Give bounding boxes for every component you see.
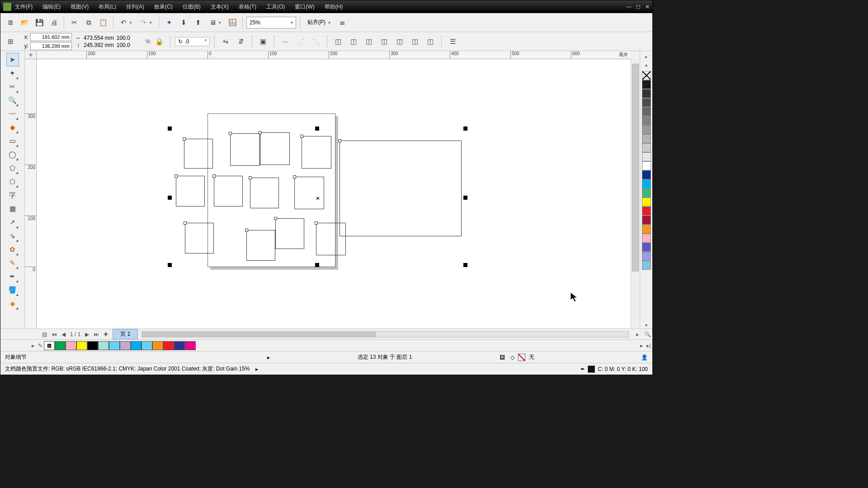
- interactive-fill-tool[interactable]: ◈: [6, 297, 19, 310]
- boundary-button[interactable]: ◫: [424, 35, 437, 48]
- freehand-tool[interactable]: 〰: [6, 107, 19, 121]
- menu-item[interactable]: 文件(F): [15, 3, 33, 11]
- distribute-button[interactable]: ⋰: [294, 35, 307, 48]
- weld-button[interactable]: ◫: [332, 35, 344, 48]
- connector-tool[interactable]: ⇘: [6, 229, 19, 243]
- crop-tool[interactable]: ✂: [6, 80, 19, 94]
- hint-expand-icon[interactable]: ▸: [267, 354, 270, 361]
- node-handle[interactable]: [212, 174, 216, 178]
- menu-item[interactable]: 排列(A): [126, 3, 144, 11]
- lock-ratio-button[interactable]: 🔒: [153, 35, 165, 48]
- rectangle-shape[interactable]: [246, 230, 275, 261]
- palette-swatch[interactable]: [120, 341, 131, 350]
- docker-swatch[interactable]: [642, 152, 651, 161]
- palette-swatch[interactable]: [185, 341, 196, 350]
- menu-item[interactable]: 布局(L): [99, 3, 116, 11]
- palette-eyedropper-icon[interactable]: ✎: [37, 343, 44, 349]
- to-front-button[interactable]: ▣: [257, 35, 269, 48]
- selection-handle[interactable]: [315, 263, 319, 267]
- rectangle-shape[interactable]: [185, 223, 214, 253]
- align-button[interactable]: ⋯: [279, 35, 292, 48]
- docker-swatch[interactable]: [642, 225, 651, 234]
- node-handle[interactable]: [300, 135, 303, 138]
- docker-swatch[interactable]: [642, 216, 651, 225]
- menu-item[interactable]: 表格(T): [239, 3, 256, 11]
- horizontal-scrollbar[interactable]: [142, 331, 629, 338]
- selection-handle[interactable]: [463, 196, 467, 200]
- outline-props-button[interactable]: ☰: [446, 35, 459, 48]
- undo-button[interactable]: ↶: [117, 16, 130, 29]
- ruler-horizontal[interactable]: 2001000100200300400500600 毫米: [37, 51, 631, 59]
- vertical-scrollbar[interactable]: [631, 59, 640, 328]
- options-button[interactable]: ≣: [336, 16, 349, 29]
- selection-handle[interactable]: [168, 127, 172, 131]
- canvas[interactable]: ×: [37, 59, 631, 328]
- rectangle-tool[interactable]: ▭: [6, 134, 19, 148]
- node-handle[interactable]: [175, 174, 178, 178]
- docker-swatch[interactable]: [642, 134, 651, 143]
- docker-swatch[interactable]: [642, 98, 651, 107]
- intersect-button[interactable]: ◫: [363, 35, 375, 48]
- scale-y-input[interactable]: 100.0: [117, 42, 143, 48]
- docker-swatch[interactable]: [642, 179, 651, 188]
- palette-menu-icon[interactable]: ▸: [29, 343, 37, 349]
- ruler-vertical[interactable]: 3002001000: [25, 59, 37, 328]
- palette-swatch[interactable]: [142, 341, 152, 350]
- basic-shapes-tool[interactable]: ⬡: [6, 175, 19, 188]
- palette-swatch[interactable]: [131, 341, 142, 350]
- publish-button[interactable]: 🖥: [206, 16, 219, 29]
- back-minus-front-button[interactable]: ◫: [409, 35, 421, 48]
- docker-swatch[interactable]: [642, 125, 651, 134]
- height-input[interactable]: 245.392 mm: [84, 42, 114, 48]
- docker-up-icon[interactable]: ▴: [642, 61, 651, 68]
- minimize-button[interactable]: —: [626, 4, 632, 10]
- doc-menu-icon[interactable]: ▤: [40, 331, 49, 338]
- docker-swatch[interactable]: [642, 161, 651, 170]
- smart-fill-tool[interactable]: ◆: [6, 121, 19, 134]
- snap-dropdown[interactable]: 贴齐(P)▾: [304, 19, 334, 26]
- docker-down-icon[interactable]: ▾: [642, 321, 651, 328]
- palette-swatch[interactable]: [66, 341, 76, 350]
- node-handle[interactable]: [315, 221, 318, 225]
- palette-scroll-right-icon[interactable]: ▸: [638, 343, 645, 349]
- selection-handle[interactable]: [463, 263, 467, 267]
- wrap-button[interactable]: ⋱: [310, 35, 322, 48]
- docker-swatch[interactable]: [642, 197, 651, 206]
- mirror-h-button[interactable]: ⇋: [219, 35, 232, 48]
- docker-swatch[interactable]: [642, 206, 651, 216]
- palette-swatch[interactable]: [152, 341, 163, 350]
- docker-swatch[interactable]: [642, 234, 651, 243]
- selection-handle[interactable]: [168, 263, 172, 267]
- dimension-tool[interactable]: ↗: [6, 216, 19, 229]
- node-handle[interactable]: [184, 221, 187, 225]
- node-handle[interactable]: [293, 175, 296, 178]
- page-next-button[interactable]: ▶: [83, 331, 91, 338]
- scroll-right-icon[interactable]: ▸: [632, 331, 642, 338]
- navigator-icon[interactable]: 🔍: [642, 331, 652, 338]
- selection-handle[interactable]: [315, 127, 319, 131]
- fill-tool[interactable]: 🪣: [6, 283, 19, 297]
- new-button[interactable]: 🗎: [4, 16, 17, 29]
- docker-swatch[interactable]: [642, 188, 651, 197]
- mirror-v-button[interactable]: ⇵: [235, 35, 247, 48]
- app-launcher-button[interactable]: 🪟: [226, 16, 239, 29]
- rectangle-shape[interactable]: [294, 177, 324, 209]
- rectangle-shape[interactable]: [184, 139, 213, 169]
- page-prev-button[interactable]: ◀: [60, 331, 67, 338]
- docker-swatch[interactable]: [642, 116, 651, 125]
- x-input[interactable]: 181.602 mm: [30, 33, 72, 41]
- profile-expand-icon[interactable]: ▸: [255, 366, 258, 372]
- polygon-tool[interactable]: ⬠: [6, 161, 19, 175]
- redo-history-dropdown[interactable]: ▾: [150, 20, 155, 25]
- close-button[interactable]: ✕: [645, 4, 650, 10]
- width-input[interactable]: 473.554 mm: [84, 35, 114, 41]
- copy-button[interactable]: ⧉: [82, 16, 95, 29]
- docker-swatch[interactable]: [642, 80, 651, 89]
- palette-swatch[interactable]: [163, 341, 174, 350]
- menu-item[interactable]: 工具(O): [266, 3, 285, 11]
- cut-button[interactable]: ✂: [68, 16, 80, 29]
- page-tab[interactable]: 页 1: [113, 329, 138, 339]
- rectangle-shape[interactable]: [260, 132, 290, 165]
- rectangle-shape[interactable]: [275, 218, 304, 249]
- docker-expand-icon[interactable]: ▸: [642, 53, 651, 60]
